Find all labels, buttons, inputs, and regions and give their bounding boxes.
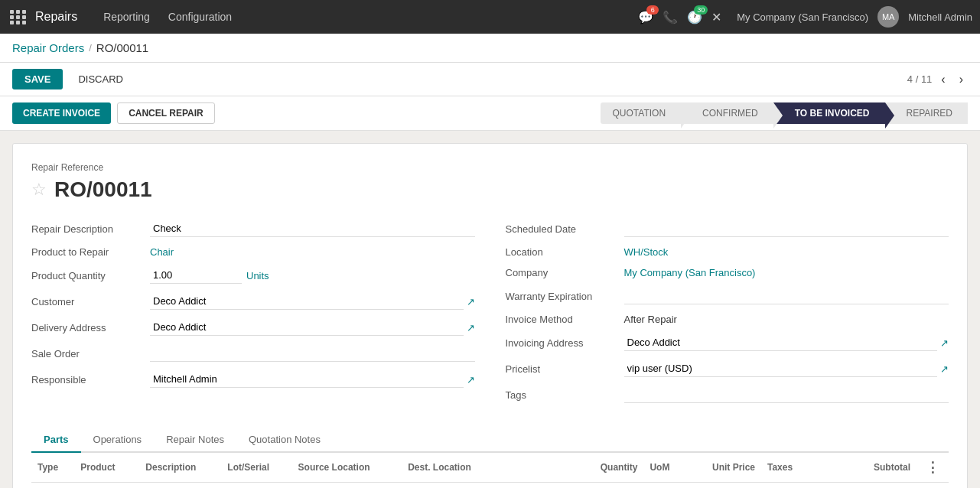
table-header-row: Type Product Description Lot/Serial Sour…: [31, 453, 949, 483]
tab-operations[interactable]: Operations: [81, 428, 155, 453]
delivery-address-ext-link[interactable]: ↗: [467, 322, 475, 333]
row-product[interactable]: chair leg: [74, 483, 139, 489]
pricelist-select-wrap: vip user (USD) ↗: [624, 360, 949, 377]
location-value[interactable]: WH/Stock: [624, 246, 949, 258]
field-invoice-method: Invoice Method After Repair: [506, 314, 949, 325]
pagination-next[interactable]: ›: [955, 71, 968, 88]
row-taxes: Tax 15.00%: [761, 483, 852, 489]
col-dest-location: Dest. Location: [402, 453, 579, 483]
customer-ext-link[interactable]: ↗: [467, 296, 475, 307]
status-bar: CREATE INVOICE CANCEL REPAIR QUOTATION C…: [0, 96, 980, 131]
field-warranty-expiration: Warranty Expiration: [506, 288, 949, 304]
field-invoicing-address: Invoicing Address Deco Addict ↗: [506, 334, 949, 351]
units-label[interactable]: Units: [246, 270, 269, 281]
customer-select-wrap: Deco Addict ↗: [150, 293, 475, 310]
delivery-address-select-wrap: Deco Addict ↗: [150, 319, 475, 336]
field-customer: Customer Deco Addict ↗: [31, 293, 475, 310]
responsible-select-wrap: Mitchell Admin ↗: [150, 371, 475, 388]
repair-ref-title: ☆ RO/00011: [31, 177, 949, 202]
activity-icon-btn[interactable]: 🕐 30: [687, 10, 702, 24]
col-more: ⋮: [917, 453, 949, 483]
activity-badge: 30: [694, 5, 708, 15]
pagination-prev[interactable]: ‹: [936, 71, 949, 88]
row-dest-location[interactable]: Virtual Locations/Production: [402, 483, 579, 489]
row-description: chair leg: [139, 483, 221, 489]
close-icon-btn[interactable]: ✕: [711, 10, 721, 24]
breadcrumb-separator: /: [89, 42, 92, 54]
parts-table: Type Product Description Lot/Serial Sour…: [31, 453, 949, 488]
company-value[interactable]: My Company (San Francisco): [624, 267, 949, 278]
col-source-location: Source Location: [292, 453, 402, 483]
breadcrumb: Repair Orders / RO/00011: [0, 34, 980, 63]
discard-button[interactable]: DISCARD: [69, 69, 132, 89]
tab-repair-notes[interactable]: Repair Notes: [154, 428, 236, 453]
product-quantity-input[interactable]: [150, 267, 242, 284]
favorite-star-icon[interactable]: ☆: [31, 180, 47, 200]
tags-select[interactable]: [624, 386, 949, 403]
field-scheduled-date: Scheduled Date: [506, 220, 949, 237]
breadcrumb-current: RO/00011: [96, 41, 148, 54]
navbar-menu: Reporting Configuration: [96, 8, 632, 26]
warranty-expiration-select[interactable]: [624, 288, 949, 304]
status-repaired[interactable]: REPAIRED: [885, 102, 968, 124]
chat-badge: 6: [646, 5, 659, 15]
col-description: Description: [139, 453, 221, 483]
menu-configuration[interactable]: Configuration: [161, 8, 239, 26]
invoicing-address-ext-link[interactable]: ↗: [940, 337, 949, 349]
row-subtotal: $1.00: [852, 483, 917, 489]
row-quantity: 1.00: [579, 483, 643, 489]
pricelist-ext-link[interactable]: ↗: [940, 363, 949, 375]
form-card: Repair Reference ☆ RO/00011 Repair Descr…: [12, 143, 968, 488]
cancel-repair-button[interactable]: CANCEL REPAIR: [117, 102, 215, 124]
row-delete[interactable]: 🗑: [917, 483, 949, 489]
pagination: 4 / 11 ‹ ›: [907, 71, 968, 88]
status-quotation[interactable]: QUOTATION: [601, 102, 682, 124]
customer-select[interactable]: Deco Addict: [150, 293, 464, 310]
col-type: Type: [31, 453, 74, 483]
sale-order-select[interactable]: [150, 345, 475, 362]
save-button[interactable]: SAVE: [12, 69, 63, 89]
field-responsible: Responsible Mitchell Admin ↗: [31, 371, 475, 388]
menu-reporting[interactable]: Reporting: [96, 8, 158, 26]
username: Mitchell Admin: [908, 11, 972, 23]
create-invoice-button[interactable]: CREATE INVOICE: [12, 102, 111, 124]
col-uom: UoM: [643, 453, 689, 483]
scheduled-date-select[interactable]: [624, 220, 949, 237]
breadcrumb-parent[interactable]: Repair Orders: [12, 41, 84, 54]
field-sale-order: Sale Order: [31, 345, 475, 362]
field-delivery-address: Delivery Address Deco Addict ↗: [31, 319, 475, 336]
action-bar: SAVE DISCARD 4 / 11 ‹ ›: [0, 63, 980, 96]
pricelist-select[interactable]: vip user (USD): [624, 360, 938, 377]
product-to-repair-value[interactable]: Chair: [150, 246, 475, 258]
field-location: Location WH/Stock: [506, 246, 949, 258]
app-menu-icon[interactable]: [8, 6, 29, 28]
table-kebab-menu[interactable]: ⋮: [923, 460, 943, 475]
delivery-address-select[interactable]: Deco Addict: [150, 319, 464, 336]
row-source-location[interactable]: WH/Stock: [292, 483, 402, 489]
field-product-to-repair: Product to Repair Chair: [31, 246, 475, 258]
company-name: My Company (San Francisco): [737, 11, 868, 23]
form-grid: Repair Description Product to Repair Cha…: [31, 220, 949, 412]
tab-quotation-notes[interactable]: Quotation Notes: [236, 428, 333, 453]
field-company: Company My Company (San Francisco): [506, 267, 949, 278]
status-to-be-invoiced[interactable]: TO BE INVOICED: [773, 102, 885, 124]
invoicing-address-select[interactable]: Deco Addict: [624, 334, 938, 351]
phone-icon-btn[interactable]: 📞: [663, 10, 678, 24]
repair-id: RO/00011: [54, 177, 152, 202]
status-steps: QUOTATION CONFIRMED TO BE INVOICED REPAI…: [601, 102, 969, 124]
main-content: Repair Reference ☆ RO/00011 Repair Descr…: [0, 131, 980, 488]
col-lot-serial: Lot/Serial: [221, 453, 291, 483]
row-lot-serial: [221, 483, 291, 489]
repair-description-input[interactable]: [150, 220, 475, 237]
col-product: Product: [74, 453, 139, 483]
chat-icon-btn[interactable]: 💬 6: [638, 10, 653, 24]
navbar-icons: 💬 6 📞 🕐 30 ✕ My Company (San Francisco) …: [638, 6, 972, 28]
status-confirmed[interactable]: CONFIRMED: [681, 102, 773, 124]
responsible-ext-link[interactable]: ↗: [467, 374, 475, 386]
form-left: Repair Description Product to Repair Cha…: [31, 220, 475, 412]
tab-parts[interactable]: Parts: [31, 428, 81, 453]
responsible-select[interactable]: Mitchell Admin: [150, 371, 464, 388]
tabs: Parts Operations Repair Notes Quotation …: [31, 428, 949, 453]
field-repair-description: Repair Description: [31, 220, 475, 237]
pagination-text: 4 / 11: [907, 73, 933, 85]
